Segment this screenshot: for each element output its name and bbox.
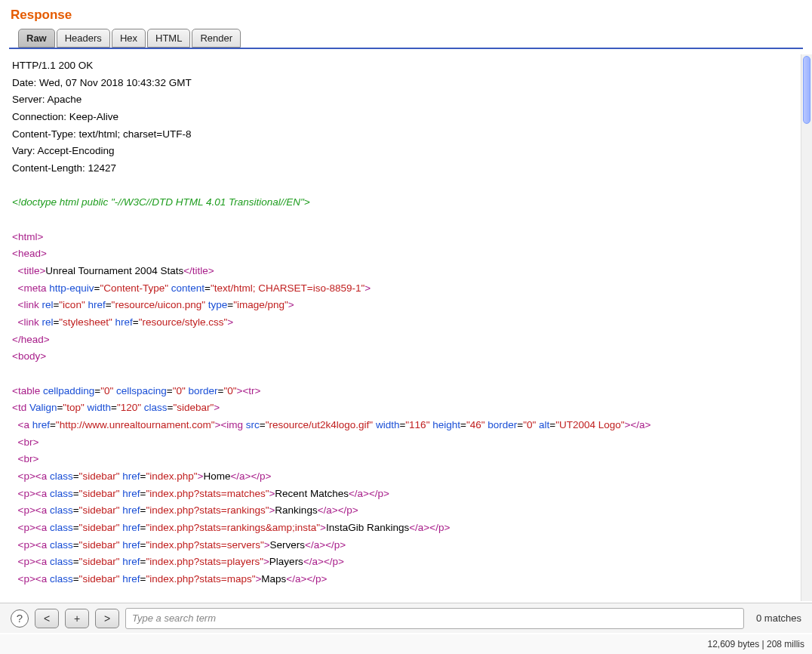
view-tabs: RawHeadersHexHTMLRender: [18, 29, 801, 48]
help-button[interactable]: ?: [11, 609, 29, 628]
panel-title: Response: [11, 8, 801, 23]
tab-headers[interactable]: Headers: [57, 29, 110, 48]
tab-raw[interactable]: Raw: [18, 29, 55, 48]
tab-render[interactable]: Render: [192, 29, 241, 48]
vertical-scrollbar[interactable]: [801, 54, 812, 601]
status-bar: 12,609 bytes | 208 millis: [0, 634, 812, 654]
tab-html[interactable]: HTML: [147, 29, 190, 48]
match-count: 0 matches: [750, 612, 801, 624]
status-text: 12,609 bytes | 208 millis: [707, 639, 804, 649]
search-add-button[interactable]: +: [65, 609, 89, 628]
raw-response-body[interactable]: HTTP/1.1 200 OK Date: Wed, 07 Nov 2018 1…: [9, 54, 812, 601]
tab-rule: [9, 48, 803, 49]
search-input[interactable]: [125, 608, 744, 629]
search-next-button[interactable]: >: [95, 609, 119, 628]
search-footer: ? < + > 0 matches: [0, 603, 812, 633]
scroll-thumb[interactable]: [803, 56, 810, 124]
search-prev-button[interactable]: <: [35, 609, 59, 628]
tab-hex[interactable]: Hex: [112, 29, 146, 48]
